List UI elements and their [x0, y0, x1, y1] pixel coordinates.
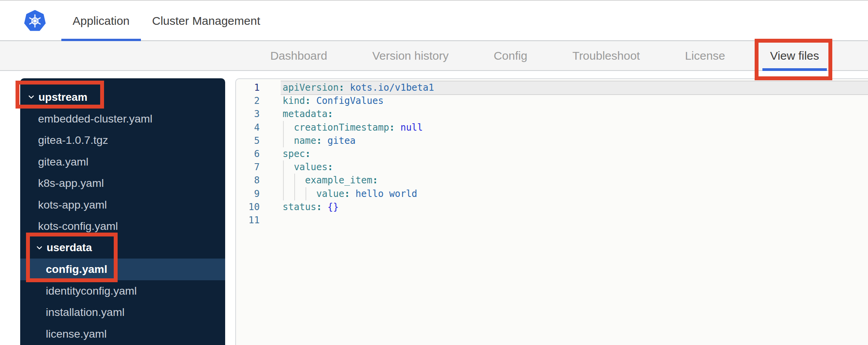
file-license-yaml[interactable]: license.yaml — [20, 323, 225, 345]
indent-guide — [306, 187, 306, 200]
file-installation-yaml[interactable]: installation.yaml — [20, 302, 225, 323]
file-kots-app-yaml[interactable]: kots-app.yaml — [20, 194, 225, 216]
code-line-2: kind: ConfigValues — [283, 94, 868, 107]
token-colon: : — [372, 175, 378, 186]
nav-tab-config[interactable]: Config — [486, 41, 535, 70]
tree-item-label: license.yaml — [46, 328, 107, 340]
nav-tab-label: Dashboard — [270, 49, 327, 62]
line-number: 5 — [236, 134, 260, 147]
token-val: hello world — [350, 188, 417, 199]
token-colon: : — [339, 82, 344, 93]
token-key: spec — [283, 148, 305, 159]
code-area: apiVersion: kots.io/v1beta1kind: ConfigV… — [283, 79, 868, 345]
nav-tab-label: Version history — [372, 49, 449, 62]
line-number: 10 — [236, 200, 260, 214]
file-tree: upstreamembedded-cluster.yamlgitea-1.0.7… — [20, 78, 225, 345]
token-key: name — [294, 135, 316, 146]
token-colon: : — [328, 109, 333, 119]
kots-admin-console: ApplicationCluster Management DashboardV… — [0, 0, 868, 345]
file-identityconfig-yaml[interactable]: identityconfig.yaml — [20, 280, 225, 302]
file-k8s-app-yaml[interactable]: k8s-app.yaml — [20, 172, 225, 194]
nav-tab-dashboard[interactable]: Dashboard — [262, 41, 335, 70]
token-val: gitea — [322, 135, 356, 146]
token-val: kots.io/v1beta1 — [344, 82, 434, 93]
token-colon: : — [328, 162, 333, 172]
line-number: 1 — [236, 81, 260, 94]
code-line-6: spec: — [283, 147, 868, 160]
nav-tab-license[interactable]: License — [677, 41, 733, 70]
token-colon: : — [316, 202, 322, 212]
indent-guide — [283, 187, 284, 200]
annotation-box-upstream — [16, 81, 104, 109]
annotation-box-userdata-config — [26, 233, 118, 282]
tree-item-label: installation.yaml — [46, 306, 125, 319]
line-number: 11 — [236, 214, 260, 227]
indent-guide — [283, 134, 284, 147]
line-number: 6 — [236, 147, 260, 160]
indent-guide — [283, 121, 284, 134]
token-plain — [283, 188, 316, 199]
code-line-7: values: — [283, 160, 868, 174]
kubernetes-logo-icon — [24, 10, 46, 32]
tree-item-label: k8s-app.yaml — [38, 177, 104, 190]
nav-tab-label: License — [685, 49, 725, 62]
token-kw: {} — [322, 202, 339, 212]
file-embedded-cluster-yaml[interactable]: embedded-cluster.yaml — [20, 108, 225, 130]
code-line-3: metadata: — [283, 107, 868, 121]
line-number: 7 — [236, 160, 260, 174]
file-gitea-yaml[interactable]: gitea.yaml — [20, 151, 225, 173]
tab-cluster-management[interactable]: Cluster Management — [141, 1, 271, 41]
token-plain — [283, 122, 294, 133]
code-line-5: name: gitea — [283, 134, 868, 147]
code-line-8: example_item: — [283, 174, 868, 187]
app-nav: DashboardVersion historyConfigTroublesho… — [0, 41, 868, 71]
line-number: 2 — [236, 94, 260, 107]
app-header: ApplicationCluster Management — [0, 1, 868, 41]
token-kw: null — [395, 122, 423, 133]
tab-label: Application — [73, 14, 130, 28]
line-number: 3 — [236, 107, 260, 121]
code-editor[interactable]: 1234567891011 apiVersion: kots.io/v1beta… — [235, 78, 868, 345]
token-colon: : — [316, 135, 322, 146]
tree-item-label: kots-config.yaml — [38, 220, 118, 233]
code-line-10: status: {} — [283, 200, 868, 214]
token-val: ConfigValues — [311, 95, 384, 106]
token-plain — [283, 162, 294, 172]
token-plain — [283, 135, 294, 146]
tree-item-label: kots-app.yaml — [38, 198, 107, 211]
tab-application[interactable]: Application — [61, 1, 141, 41]
tree-item-label: gitea-1.0.7.tgz — [38, 134, 108, 147]
token-key: apiVersion — [283, 82, 339, 93]
token-key: status — [283, 202, 316, 212]
header-tabs: ApplicationCluster Management — [61, 1, 271, 41]
tree-item-label: gitea.yaml — [38, 155, 89, 168]
token-colon: : — [344, 188, 350, 199]
line-number-gutter: 1234567891011 — [236, 79, 260, 345]
code-line-4: creationTimestamp: null — [283, 121, 868, 134]
token-colon: : — [305, 95, 311, 106]
token-key: kind — [283, 95, 305, 106]
nav-tab-troubleshoot[interactable]: Troubleshoot — [564, 41, 648, 70]
nav-tab-version-history[interactable]: Version history — [365, 41, 457, 70]
tree-item-label: identityconfig.yaml — [46, 285, 137, 297]
code-line-1: apiVersion: kots.io/v1beta1 — [283, 81, 868, 94]
line-number: 8 — [236, 174, 260, 187]
token-key: value — [316, 188, 344, 199]
token-colon: : — [389, 122, 395, 133]
nav-tab-label: Config — [494, 49, 528, 62]
line-number: 4 — [236, 121, 260, 134]
annotation-box-view-files — [755, 39, 832, 80]
token-key: example_item — [305, 175, 372, 186]
token-key: values — [294, 162, 328, 172]
indent-guide — [294, 187, 295, 200]
token-key: creationTimestamp — [294, 122, 389, 133]
indent-guide — [283, 174, 284, 187]
token-colon: : — [305, 148, 311, 159]
line-number: 9 — [236, 187, 260, 200]
token-plain — [283, 175, 305, 186]
nav-tab-label: Troubleshoot — [572, 49, 640, 62]
tree-item-label: embedded-cluster.yaml — [38, 112, 153, 125]
file-gitea-1-0-7-tgz[interactable]: gitea-1.0.7.tgz — [20, 129, 225, 151]
indent-guide — [283, 160, 284, 174]
token-key: metadata — [283, 109, 328, 119]
